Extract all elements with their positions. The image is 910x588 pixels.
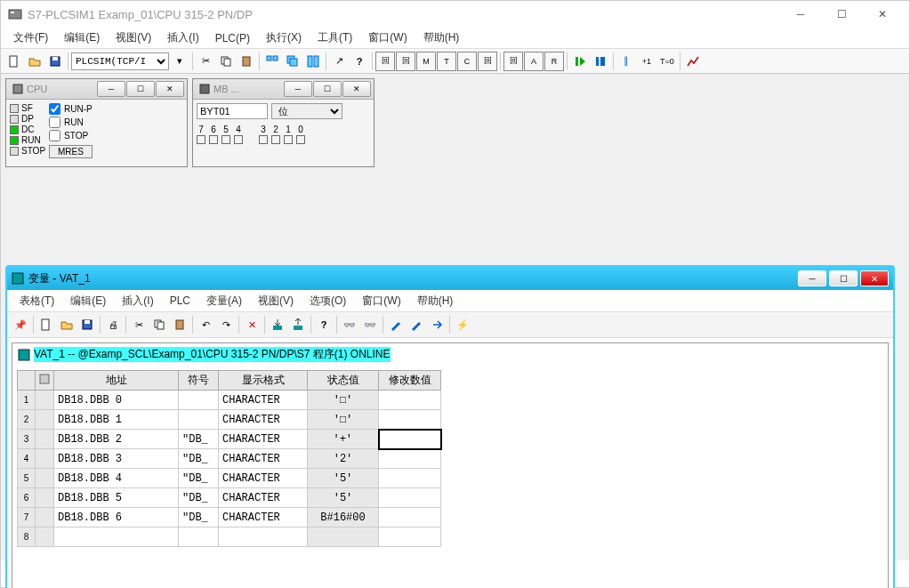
vat-cut-icon[interactable]: ✂ — [129, 315, 149, 334]
vat-menu-window[interactable]: 窗口(W) — [355, 292, 407, 310]
mb-minimize-button[interactable]: ─ — [284, 81, 312, 97]
block-i-icon[interactable]: 回 — [375, 52, 395, 71]
col-1[interactable] — [36, 371, 54, 391]
stop-icon[interactable] — [591, 52, 610, 71]
col-6[interactable]: 修改数值 — [379, 371, 441, 391]
vat-menu-insert[interactable]: 插入(I) — [115, 292, 160, 310]
col-3[interactable]: 符号 — [179, 371, 219, 391]
col-0[interactable] — [18, 371, 36, 391]
block-generic-icon[interactable]: 回 — [478, 52, 497, 71]
vat-menu-variable[interactable]: 变量(A) — [199, 292, 249, 310]
menu-edit[interactable]: 编辑(E) — [57, 28, 107, 47]
download-icon[interactable] — [268, 315, 287, 334]
mb-format-select[interactable]: 位 — [271, 103, 342, 119]
cpu-close-button[interactable]: ✕ — [156, 81, 184, 97]
bit-1[interactable]: 1 — [284, 125, 293, 144]
menu-plc[interactable]: PLC(P) — [208, 30, 257, 46]
table-row[interactable]: 2 DB18.DBB 1 CHARACTER '□' — [18, 410, 441, 430]
mres-button[interactable]: MRES — [49, 145, 93, 158]
bit-3[interactable]: 3 — [259, 125, 268, 144]
t0-button[interactable]: T=0 — [657, 52, 677, 71]
menu-tools[interactable]: 工具(T) — [310, 28, 359, 47]
arrow-icon[interactable]: ↗ — [329, 52, 349, 71]
vat-minimize-button[interactable]: ─ — [798, 270, 826, 286]
table-row[interactable]: 5 DB18.DBB 4 "DB_ CHARACTER '5' — [18, 469, 441, 488]
open-icon[interactable] — [25, 52, 44, 71]
modify-icon[interactable] — [386, 315, 406, 334]
whatsthis-icon[interactable]: ? — [314, 315, 334, 334]
vat-close-button[interactable]: ✕ — [860, 270, 889, 286]
modify-once-icon[interactable] — [407, 315, 426, 334]
cascade-icon[interactable] — [283, 52, 302, 71]
table-row[interactable]: 4 DB18.DBB 3 "DB_ CHARACTER '2' — [18, 449, 441, 469]
menu-file[interactable]: 文件(F) — [6, 28, 55, 47]
save-icon[interactable] — [45, 52, 65, 71]
menu-execute[interactable]: 执行(X) — [259, 28, 309, 47]
bit-0[interactable]: 0 — [296, 125, 305, 144]
close-button[interactable]: ✕ — [863, 2, 902, 27]
col-4[interactable]: 显示格式 — [219, 371, 308, 391]
table-row[interactable]: 8 — [18, 528, 441, 547]
maximize-button[interactable]: ☐ — [822, 2, 861, 27]
vat-menu-edit[interactable]: 编辑(E) — [63, 292, 113, 310]
cpu-minimize-button[interactable]: ─ — [97, 81, 125, 97]
vat-open-icon[interactable] — [57, 315, 77, 334]
table-row[interactable]: 6 DB18.DBB 5 "DB_ CHARACTER '5' — [18, 488, 441, 508]
block2-icon[interactable]: 回 — [503, 52, 523, 71]
mb-close-button[interactable]: ✕ — [342, 81, 371, 97]
print-icon[interactable]: 🖨 — [103, 315, 123, 334]
new-icon[interactable] — [4, 52, 24, 71]
bit-6[interactable]: 6 — [209, 125, 218, 144]
menu-view[interactable]: 视图(V) — [109, 28, 158, 47]
vat-menu-view[interactable]: 视图(V) — [251, 292, 301, 310]
cut-icon[interactable]: ✂ — [196, 52, 215, 71]
vat-titlebar[interactable]: 变量 - VAT_1 ─ ☐ ✕ — [7, 267, 893, 290]
col-2[interactable]: 地址 — [54, 371, 179, 391]
dropdown-icon[interactable]: ▾ — [170, 52, 189, 71]
connection-select[interactable]: PLCSIM(TCP/I — [71, 52, 169, 70]
block-r-icon[interactable]: R — [544, 52, 564, 71]
vat-new-icon[interactable] — [36, 315, 56, 334]
delete-icon[interactable]: ✕ — [242, 315, 262, 334]
plot-icon[interactable] — [683, 52, 703, 71]
menu-help[interactable]: 帮助(H) — [416, 28, 467, 47]
tile-icon[interactable] — [262, 52, 282, 71]
block-t-icon[interactable]: T — [437, 52, 456, 71]
plus1-button[interactable]: +1 — [637, 52, 656, 71]
bit-5[interactable]: 5 — [221, 125, 230, 144]
monitor-icon[interactable]: 👓 — [340, 315, 359, 334]
redo-icon[interactable]: ↷ — [216, 315, 236, 334]
vat-menu-plc[interactable]: PLC — [163, 293, 197, 309]
vat-copy-icon[interactable] — [149, 315, 169, 334]
menu-insert[interactable]: 插入(I) — [160, 28, 205, 47]
copy-icon[interactable] — [216, 52, 236, 71]
vat-menu-options[interactable]: 选项(O) — [302, 292, 353, 310]
mode-run-p[interactable]: RUN-P — [49, 103, 93, 115]
vat-menu-help[interactable]: 帮助(H) — [410, 292, 461, 310]
bit-2[interactable]: 2 — [271, 125, 280, 144]
force-icon[interactable] — [427, 315, 447, 334]
block-c-icon[interactable]: C — [457, 52, 477, 71]
vat-menu-table[interactable]: 表格(T) — [12, 292, 61, 310]
cpu-maximize-button[interactable]: ☐ — [126, 81, 155, 97]
block-a-icon[interactable]: A — [524, 52, 544, 71]
run-icon[interactable] — [570, 52, 590, 71]
menu-window[interactable]: 窗口(W) — [361, 28, 414, 47]
block-m-icon[interactable]: M — [416, 52, 436, 71]
mode-run[interactable]: RUN — [49, 117, 93, 128]
vat-paste-icon[interactable] — [170, 315, 189, 334]
pin-icon[interactable]: 📌 — [11, 315, 30, 334]
upload-icon[interactable] — [288, 315, 308, 334]
table-row[interactable]: 3 DB18.DBB 2 "DB_ CHARACTER '+' — [18, 430, 441, 449]
monitor-once-icon[interactable]: 👓 — [360, 315, 380, 334]
pause-icon[interactable]: ∥ — [616, 52, 636, 71]
table-row[interactable]: 1 DB18.DBB 0 CHARACTER '□' — [18, 391, 441, 410]
vat-save-icon[interactable] — [77, 315, 97, 334]
mode-stop[interactable]: STOP — [49, 130, 93, 141]
minimize-button[interactable]: ─ — [781, 2, 820, 27]
block-q-icon[interactable]: 回 — [396, 52, 415, 71]
bit-4[interactable]: 4 — [234, 125, 243, 144]
paste-icon[interactable] — [237, 52, 256, 71]
vat-maximize-button[interactable]: ☐ — [829, 270, 858, 286]
bit-7[interactable]: 7 — [197, 125, 205, 144]
